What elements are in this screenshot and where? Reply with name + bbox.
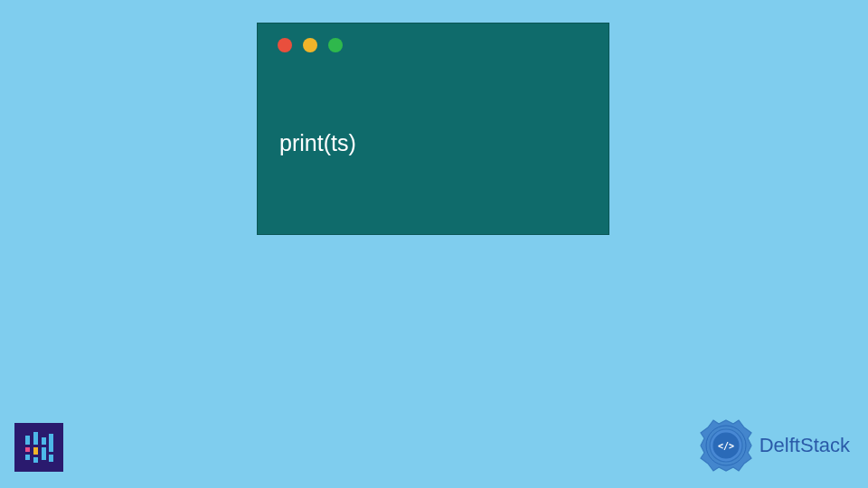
svg-rect-2 [25, 455, 30, 460]
terminal-window: print(ts) [257, 23, 609, 235]
svg-rect-0 [25, 436, 30, 445]
svg-rect-9 [49, 455, 53, 462]
window-controls [278, 38, 343, 52]
minimize-icon [303, 38, 317, 52]
maximize-icon [328, 38, 343, 52]
bars-icon [22, 430, 56, 465]
svg-rect-4 [33, 447, 38, 455]
svg-rect-8 [49, 434, 53, 452]
svg-rect-6 [42, 437, 46, 445]
svg-rect-1 [25, 447, 30, 452]
brand-name: DelftStack [760, 434, 850, 457]
svg-rect-5 [33, 457, 38, 463]
code-content: print(ts) [279, 130, 356, 156]
left-logo [14, 423, 63, 472]
delftstack-icon: </> [698, 418, 754, 474]
close-icon [278, 38, 292, 52]
svg-text:</>: </> [718, 441, 734, 451]
svg-rect-3 [33, 432, 38, 445]
brand-logo: </> DelftStack [698, 418, 850, 474]
svg-rect-7 [42, 447, 46, 460]
